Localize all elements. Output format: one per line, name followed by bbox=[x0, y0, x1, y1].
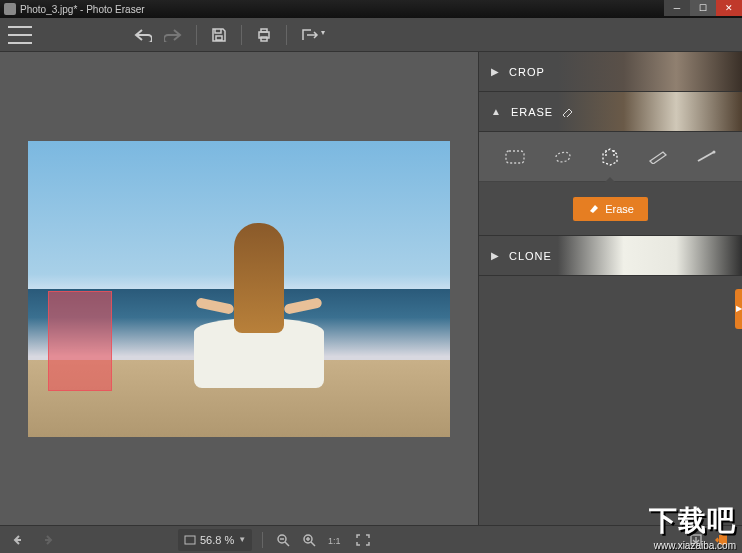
main-area: ▶ CROP ▲ ERASE bbox=[0, 52, 742, 525]
erase-button[interactable]: Erase bbox=[573, 197, 648, 221]
chevron-down-icon: ▲ bbox=[491, 106, 501, 117]
eraser-icon bbox=[559, 103, 573, 121]
rect-select-tool[interactable] bbox=[498, 142, 532, 172]
svg-point-4 bbox=[713, 150, 716, 153]
separator bbox=[262, 532, 263, 548]
svg-text:1:1: 1:1 bbox=[328, 536, 341, 546]
erase-selection-overlay[interactable] bbox=[48, 291, 112, 391]
next-image-icon[interactable] bbox=[36, 531, 56, 549]
magic-wand-tool[interactable] bbox=[689, 142, 723, 172]
minimize-button[interactable]: ─ bbox=[664, 0, 690, 16]
svg-rect-1 bbox=[261, 29, 267, 32]
save-state-icon[interactable] bbox=[686, 530, 706, 550]
maximize-button[interactable]: ☐ bbox=[690, 0, 716, 16]
menu-button[interactable] bbox=[8, 26, 32, 44]
window-title: Photo_3.jpg* - Photo Eraser bbox=[20, 4, 145, 15]
brush-tool[interactable] bbox=[641, 142, 675, 172]
redo-icon[interactable] bbox=[160, 24, 186, 46]
status-bar: 56.8 % ▼ 1:1 bbox=[0, 525, 742, 553]
zoom-display[interactable]: 56.8 % ▼ bbox=[178, 529, 252, 551]
title-bar: Photo_3.jpg* - Photo Eraser ─ ☐ ✕ bbox=[0, 0, 742, 18]
actual-size-icon[interactable]: 1:1 bbox=[325, 531, 347, 549]
svg-rect-5 bbox=[185, 536, 195, 544]
side-panel: ▶ CROP ▲ ERASE bbox=[478, 52, 742, 525]
polygon-tool[interactable] bbox=[593, 142, 627, 172]
zoom-value: 56.8 % bbox=[200, 534, 234, 546]
panel-crop-header[interactable]: ▶ CROP bbox=[479, 52, 742, 92]
erase-tool-row bbox=[479, 132, 742, 182]
chevron-right-icon: ▶ bbox=[491, 66, 499, 77]
panel-clone-label: CLONE bbox=[509, 250, 552, 262]
zoom-out-icon[interactable] bbox=[273, 530, 293, 550]
separator bbox=[196, 25, 197, 45]
zoom-in-icon[interactable] bbox=[299, 530, 319, 550]
panel-clone-header[interactable]: ▶ CLONE bbox=[479, 236, 742, 276]
close-button[interactable]: ✕ bbox=[716, 0, 742, 16]
image-thumb-icon bbox=[184, 531, 196, 549]
panel-collapse-handle[interactable]: ▶ bbox=[735, 289, 742, 329]
window-controls: ─ ☐ ✕ bbox=[664, 0, 742, 16]
fit-screen-icon[interactable] bbox=[353, 531, 373, 549]
lasso-tool[interactable] bbox=[546, 142, 580, 172]
export-icon[interactable]: ▾ bbox=[297, 24, 329, 46]
app-icon bbox=[4, 3, 16, 15]
erase-action-row: Erase bbox=[479, 182, 742, 236]
print-icon[interactable] bbox=[252, 23, 276, 47]
separator bbox=[286, 25, 287, 45]
photo-subject bbox=[214, 223, 304, 403]
save-icon[interactable] bbox=[207, 23, 231, 47]
canvas-area[interactable] bbox=[0, 52, 478, 525]
chevron-right-icon: ▶ bbox=[491, 250, 499, 261]
svg-rect-2 bbox=[261, 37, 267, 41]
panel-crop-label: CROP bbox=[509, 66, 545, 78]
exit-icon[interactable] bbox=[712, 530, 732, 550]
prev-image-icon[interactable] bbox=[10, 531, 30, 549]
panel-erase-label: ERASE bbox=[511, 106, 553, 118]
chevron-down-icon: ▼ bbox=[238, 535, 246, 544]
eraser-icon bbox=[587, 203, 599, 215]
panel-erase-header[interactable]: ▲ ERASE bbox=[479, 92, 742, 132]
erase-button-label: Erase bbox=[605, 203, 634, 215]
main-toolbar: ▾ bbox=[0, 18, 742, 52]
separator bbox=[241, 25, 242, 45]
photo-canvas[interactable] bbox=[28, 141, 450, 437]
svg-rect-3 bbox=[506, 151, 524, 163]
undo-icon[interactable] bbox=[130, 24, 156, 46]
